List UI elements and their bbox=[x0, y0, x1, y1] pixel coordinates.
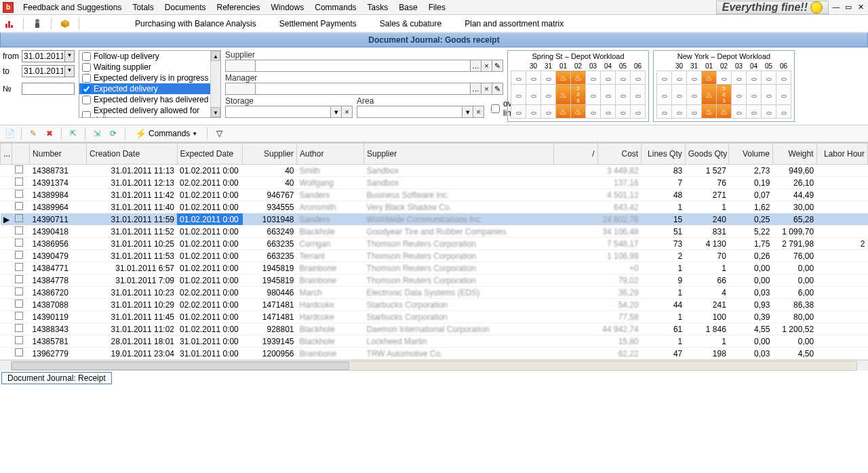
storage-select[interactable]: ▾ × bbox=[225, 106, 353, 118]
table-row[interactable]: 1438672031.01.2011 10:2302.02.2011 0:009… bbox=[1, 287, 868, 299]
row-checkbox[interactable] bbox=[12, 311, 30, 323]
checklist-item[interactable]: Expected delivery has delivered bbox=[79, 94, 220, 105]
area-select[interactable]: ▾ × bbox=[357, 106, 484, 118]
tree-expand-icon[interactable]: ⇲ bbox=[90, 127, 104, 140]
menu-windows[interactable]: Windows bbox=[266, 1, 310, 14]
table-row[interactable]: 1396277919.01.2011 23:0431.01.2011 0:001… bbox=[1, 348, 868, 360]
scroll-down-icon[interactable]: ▼ bbox=[211, 107, 220, 117]
row-checkbox[interactable] bbox=[12, 287, 30, 299]
supplier-input[interactable]: … × ✎ bbox=[225, 60, 503, 72]
menu-documents[interactable]: Documents bbox=[159, 1, 212, 14]
column-header[interactable]: Goods Qty bbox=[685, 144, 729, 165]
menu-base[interactable]: Base bbox=[393, 1, 422, 14]
filter-icon[interactable]: ▽ bbox=[212, 127, 226, 140]
number-input[interactable] bbox=[22, 83, 75, 95]
dropdown-icon[interactable]: ▼ bbox=[64, 51, 74, 62]
clear-icon[interactable]: × bbox=[473, 106, 484, 117]
new-icon[interactable]: 📄 bbox=[3, 127, 16, 140]
table-row[interactable]: 1438477831.01.2011 7:0901.02.2011 0:0019… bbox=[1, 274, 868, 287]
toolbar-link[interactable]: Settlement Payments bbox=[274, 18, 362, 30]
column-header[interactable]: Expected Date bbox=[177, 144, 243, 165]
maximize-button[interactable]: ▭ bbox=[844, 3, 853, 12]
chart-icon[interactable] bbox=[3, 17, 16, 30]
close-button[interactable]: ✕ bbox=[856, 3, 865, 12]
column-header[interactable]: Cost bbox=[597, 144, 642, 165]
inspector-icon[interactable] bbox=[31, 17, 44, 30]
column-header[interactable]: ... bbox=[1, 144, 12, 165]
table-row[interactable]: 1439011931.01.2011 11:4501.02.2011 0:001… bbox=[1, 311, 868, 323]
checkbox[interactable] bbox=[82, 74, 91, 83]
column-header[interactable] bbox=[12, 144, 30, 165]
table-row[interactable]: 1438708831.01.2011 10:2902.02.2011 0:001… bbox=[1, 299, 868, 311]
row-checkbox[interactable] bbox=[12, 238, 30, 250]
row-checkbox[interactable] bbox=[12, 348, 30, 360]
edit-icon[interactable]: ✎ bbox=[492, 60, 502, 71]
checklist-item[interactable]: Expected delivery is in progress bbox=[79, 73, 220, 83]
row-checkbox[interactable] bbox=[12, 274, 30, 287]
row-checkbox[interactable] bbox=[12, 299, 30, 311]
column-header[interactable]: Number bbox=[30, 144, 87, 165]
clear-icon[interactable]: × bbox=[481, 83, 492, 94]
status-tab[interactable]: Document Journal: Receipt bbox=[1, 372, 112, 384]
checkbox[interactable] bbox=[82, 85, 91, 94]
row-checkbox[interactable] bbox=[12, 177, 30, 189]
edit-icon[interactable]: ✎ bbox=[492, 83, 502, 94]
checklist-item[interactable]: Expected delivery bbox=[79, 83, 220, 94]
row-checkbox[interactable] bbox=[12, 201, 30, 213]
checklist-item[interactable]: Waiting supplier bbox=[79, 62, 220, 73]
table-row[interactable]: 1438695631.01.2011 10:2501.02.2011 0:006… bbox=[1, 238, 868, 250]
dropdown-icon[interactable]: ▾ bbox=[330, 106, 341, 117]
checklist-item[interactable]: Follow-up delivery bbox=[79, 51, 220, 62]
to-date-input[interactable]: ▼ bbox=[22, 65, 75, 77]
horizontal-scrollbar[interactable]: ◀ ▶ bbox=[0, 360, 868, 371]
menu-files[interactable]: Files bbox=[423, 1, 451, 14]
table-row[interactable]: 1438477131.01.2011 6:5701.02.2011 0:0019… bbox=[1, 262, 868, 274]
tree-collapse-icon[interactable]: ⇱ bbox=[66, 127, 80, 140]
checkbox[interactable] bbox=[82, 96, 91, 104]
table-row[interactable]: 1439137431.01.2011 12:1302.02.2011 0:004… bbox=[1, 177, 868, 189]
toolbar-link[interactable]: Sales & cubature bbox=[374, 18, 447, 30]
commands-dropdown[interactable]: ⚡ Commands ▼ bbox=[130, 127, 202, 140]
menu-totals[interactable]: Totals bbox=[127, 1, 159, 14]
package-icon[interactable] bbox=[58, 17, 72, 30]
menu-tasks[interactable]: Tasks bbox=[362, 1, 394, 14]
row-checkbox[interactable] bbox=[12, 213, 30, 226]
menu-referencies[interactable]: Referencies bbox=[212, 1, 266, 14]
checklist-item[interactable]: Expected delivery allowed for deli... bbox=[79, 105, 220, 118]
column-header[interactable]: Labor Hour bbox=[816, 144, 867, 165]
scroll-up-icon[interactable]: ▲ bbox=[211, 51, 220, 61]
dropdown-icon[interactable]: ▼ bbox=[64, 66, 74, 77]
checkbox[interactable] bbox=[82, 63, 91, 72]
status-checklist[interactable]: Follow-up deliveryWaiting supplierExpect… bbox=[79, 50, 221, 118]
checkbox[interactable] bbox=[82, 52, 91, 61]
menu-commands[interactable]: Commands bbox=[309, 1, 361, 14]
clear-icon[interactable]: × bbox=[481, 60, 492, 71]
column-header[interactable]: Author bbox=[297, 144, 364, 165]
checkbox[interactable] bbox=[82, 111, 91, 119]
menu-feedback and suggestions[interactable]: Feedback and Suggestions bbox=[18, 1, 127, 14]
delete-icon[interactable]: ✖ bbox=[43, 127, 56, 140]
table-row[interactable]: 1439047931.01.2011 11:5301.02.2011 0:006… bbox=[1, 250, 868, 262]
column-header[interactable]: Volume bbox=[729, 144, 773, 165]
row-checkbox[interactable] bbox=[12, 165, 30, 177]
row-checkbox[interactable] bbox=[12, 250, 30, 262]
column-header[interactable]: Lines Qty bbox=[642, 144, 686, 165]
toolbar-link[interactable]: Purchasing with Balance Analysis bbox=[130, 18, 262, 30]
table-row[interactable]: 1438996431.01.2011 11:4001.02.2011 0:009… bbox=[1, 201, 868, 213]
column-header[interactable]: / bbox=[554, 144, 598, 165]
row-checkbox[interactable] bbox=[12, 189, 30, 201]
row-checkbox[interactable] bbox=[12, 262, 30, 274]
edit-icon[interactable]: ✎ bbox=[26, 127, 40, 140]
toolbar-link[interactable]: Plan and assortment matrix bbox=[459, 18, 569, 30]
row-checkbox[interactable] bbox=[12, 335, 30, 348]
dropdown-icon[interactable]: ▾ bbox=[462, 106, 473, 117]
refresh-icon[interactable]: ⟳ bbox=[106, 127, 120, 140]
table-row[interactable]: ▶1439071131.01.2011 11:5901.02.2011 0:00… bbox=[1, 213, 868, 226]
row-checkbox[interactable] bbox=[12, 226, 30, 238]
ellipsis-icon[interactable]: … bbox=[470, 83, 481, 94]
table-row[interactable]: 1438873131.01.2011 11:1301.02.2011 0:004… bbox=[1, 165, 868, 177]
table-row[interactable]: 1439041831.01.2011 11:5201.02.2011 0:006… bbox=[1, 226, 868, 238]
manager-input[interactable]: … × ✎ bbox=[225, 83, 503, 95]
table-row[interactable]: 1438998431.01.2011 11:4201.02.2011 0:009… bbox=[1, 189, 868, 201]
table-row[interactable]: 1438578128.01.2011 18:0131.01.2011 0:001… bbox=[1, 335, 868, 348]
